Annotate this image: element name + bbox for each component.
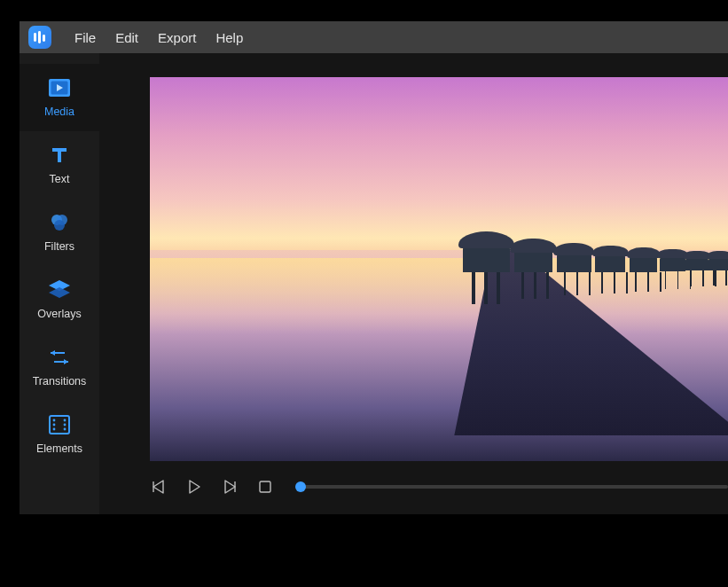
sidebar-label: Transitions [33, 375, 87, 387]
svg-marker-12 [64, 359, 68, 364]
stop-button[interactable] [256, 478, 274, 496]
sidebar-item-elements[interactable]: Elements [20, 401, 99, 468]
sidebar-label: Elements [36, 442, 82, 455]
svg-rect-1 [38, 31, 41, 43]
sidebar-label: Overlays [37, 308, 81, 320]
sidebar-label: Media [44, 106, 74, 118]
svg-point-19 [64, 428, 67, 431]
transitions-icon [47, 347, 72, 368]
svg-marker-20 [153, 481, 163, 493]
svg-rect-13 [50, 416, 69, 434]
sidebar: Media Text Filters [20, 53, 99, 514]
sidebar-item-transitions[interactable]: Transitions [20, 333, 99, 401]
filters-icon [47, 212, 72, 233]
svg-point-17 [64, 419, 67, 422]
svg-rect-2 [43, 35, 45, 42]
svg-rect-0 [34, 33, 36, 42]
app-logo-icon [28, 26, 51, 49]
sidebar-item-text[interactable]: Text [20, 131, 99, 199]
svg-point-14 [53, 419, 56, 422]
menu-file[interactable]: File [74, 30, 96, 45]
svg-point-16 [53, 428, 56, 431]
menu-edit[interactable]: Edit [115, 30, 138, 45]
media-icon [47, 77, 72, 98]
playhead-handle[interactable] [295, 481, 306, 492]
play-button[interactable] [185, 478, 203, 496]
svg-marker-22 [190, 481, 200, 493]
svg-point-18 [64, 424, 67, 427]
svg-marker-10 [49, 287, 70, 298]
sidebar-item-media[interactable]: Media [20, 64, 99, 131]
svg-marker-11 [51, 350, 55, 356]
svg-marker-23 [225, 481, 235, 493]
playback-controls [150, 472, 728, 502]
text-icon [47, 145, 72, 166]
sidebar-item-overlays[interactable]: Overlays [20, 266, 99, 333]
preview-pane [99, 53, 728, 514]
menu-help[interactable]: Help [215, 30, 243, 45]
sidebar-label: Filters [44, 240, 74, 253]
svg-point-8 [54, 220, 65, 231]
prev-frame-button[interactable] [150, 478, 168, 496]
elements-icon [47, 414, 72, 435]
preview-viewport [150, 77, 728, 461]
overlays-icon [47, 279, 72, 301]
workspace: Media Text Filters [20, 53, 728, 514]
next-frame-button[interactable] [221, 478, 239, 496]
timeline-scrubber[interactable] [301, 485, 728, 489]
menu-bar: File Edit Export Help [20, 21, 728, 53]
svg-rect-25 [260, 481, 270, 492]
menu-export[interactable]: Export [158, 30, 196, 45]
svg-point-15 [53, 424, 56, 427]
sidebar-item-filters[interactable]: Filters [20, 199, 99, 266]
sidebar-label: Text [50, 173, 70, 185]
